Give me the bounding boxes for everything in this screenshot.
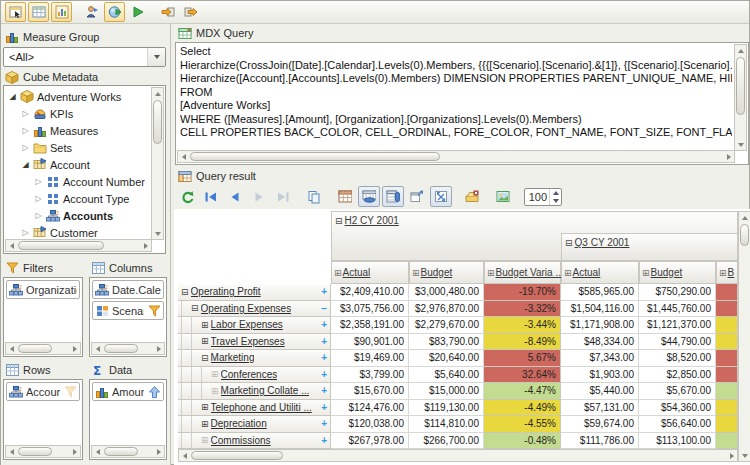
row-header-operating-expenses[interactable]: ⊟Operating Expenses− bbox=[178, 301, 331, 318]
zone-item-amount[interactable]: Amount bbox=[92, 382, 164, 401]
expand-row-icon[interactable]: ⊞ bbox=[201, 320, 209, 330]
image-export-button[interactable] bbox=[492, 186, 514, 207]
fit-columns-button[interactable] bbox=[358, 186, 380, 207]
grid-button[interactable] bbox=[334, 186, 356, 207]
expand-toggle-icon[interactable]: ▷ bbox=[21, 109, 30, 118]
row-header-marketing-collate-[interactable]: ⊞Marketing Collate ...+ bbox=[178, 383, 331, 400]
zone-item-date-calend[interactable]: 2Date.Calend bbox=[92, 280, 164, 299]
expand-toggle-icon[interactable]: ▷ bbox=[21, 143, 30, 152]
drill-expand-icon[interactable]: + bbox=[318, 352, 330, 363]
zone-hscrollbar[interactable] bbox=[91, 342, 165, 355]
expand-toggle-icon[interactable]: ▷ bbox=[34, 177, 43, 186]
tree-vscrollbar[interactable] bbox=[151, 87, 164, 240]
collapse-toggle-icon[interactable]: ◢ bbox=[21, 160, 30, 169]
tree-item-kpis[interactable]: ▷KPIs bbox=[6, 105, 161, 122]
collapse-row-icon[interactable]: ⊟ bbox=[201, 353, 209, 363]
drill-collapse-icon[interactable]: − bbox=[318, 303, 330, 314]
expand-row-icon[interactable]: ⊞ bbox=[201, 419, 209, 429]
collapse-row-icon[interactable]: ⊟ bbox=[191, 303, 199, 313]
chart-designer-button[interactable] bbox=[51, 2, 72, 22]
tree-guide bbox=[191, 400, 201, 416]
column-header-budget[interactable]: ⊞Budget bbox=[639, 261, 716, 284]
grid-vscrollbar[interactable] bbox=[738, 211, 750, 462]
drill-expand-icon[interactable]: + bbox=[318, 369, 330, 380]
dropdown-arrow-icon[interactable] bbox=[147, 48, 165, 66]
zone-item-organization[interactable]: 2Organization bbox=[6, 280, 80, 299]
tree-item-account[interactable]: ◢Account bbox=[6, 156, 161, 173]
zone-item-accounts[interactable]: 2Accounts bbox=[6, 382, 80, 401]
mdx-hscrollbar[interactable] bbox=[177, 150, 735, 163]
grid-hscrollbar[interactable] bbox=[178, 449, 738, 462]
row-header-travel-expenses[interactable]: ⊞Travel Expenses+ bbox=[178, 334, 331, 351]
tree-item-account-number[interactable]: ▷Account Number bbox=[6, 173, 166, 190]
zone-box-columns[interactable]: 2Date.CalendScenario bbox=[89, 277, 167, 357]
column-header-budget-varia-[interactable]: ⊞Budget Varia ... bbox=[484, 261, 561, 284]
drill-expand-icon[interactable]: + bbox=[318, 336, 330, 347]
drill-expand-icon[interactable]: + bbox=[318, 286, 330, 297]
drill-expand-icon[interactable]: + bbox=[318, 435, 330, 446]
tree-item-account-type[interactable]: ▷Account Type bbox=[6, 190, 166, 207]
refresh-button[interactable] bbox=[176, 186, 198, 207]
mdx-query-textbox[interactable]: SelectHierarchize(CrossJoin([Date].[Cale… bbox=[175, 42, 749, 165]
fit-rows-button[interactable] bbox=[382, 186, 404, 207]
expand-window-button[interactable] bbox=[430, 186, 452, 207]
row-header-operating-profit[interactable]: ⊟Operating Profit+ bbox=[178, 284, 331, 301]
expand-row-icon[interactable]: ⊞ bbox=[201, 336, 209, 346]
export-result-button[interactable] bbox=[461, 186, 483, 207]
tree-item-accounts[interactable]: ▷2Accounts bbox=[6, 207, 166, 224]
column-header-budget[interactable]: ⊞Budget bbox=[409, 261, 484, 284]
zone-item-scenario[interactable]: Scenario bbox=[92, 301, 164, 320]
expand-row-icon[interactable]: ⊞ bbox=[201, 435, 209, 445]
row-header-commissions[interactable]: ⊞Commissions+ bbox=[178, 433, 331, 450]
zone-box-data[interactable]: Amount bbox=[89, 379, 167, 460]
drill-expand-icon[interactable]: + bbox=[318, 402, 330, 413]
row-header-telephone-and-utiliti-[interactable]: ⊞Telephone and Utiliti ...+ bbox=[178, 400, 331, 417]
export-button[interactable] bbox=[180, 2, 201, 22]
row-header-labor-expenses[interactable]: ⊞Labor Expenses+ bbox=[178, 317, 331, 334]
zone-hscrollbar[interactable] bbox=[91, 445, 165, 458]
grid-cell: -3.32% bbox=[484, 301, 561, 318]
expand-toggle-icon[interactable]: ▷ bbox=[34, 211, 43, 220]
tree-item-measures[interactable]: ▷Measures bbox=[6, 122, 161, 139]
mdx-vscrollbar[interactable] bbox=[734, 44, 747, 151]
row-header-conferences[interactable]: ⊞Conferences+ bbox=[178, 367, 331, 384]
form-designer-button[interactable] bbox=[5, 2, 26, 22]
import-button[interactable] bbox=[157, 2, 178, 22]
row-header-depreciation[interactable]: ⊞Depreciation+ bbox=[178, 416, 331, 433]
measure-group-dropdown[interactable]: <All> bbox=[3, 47, 166, 67]
column-header-b[interactable]: ⊞B bbox=[716, 261, 738, 284]
tree-hscrollbar[interactable] bbox=[5, 239, 152, 252]
collapse-toggle-icon[interactable]: ◢ bbox=[8, 92, 17, 101]
user-connect-button[interactable] bbox=[81, 2, 102, 22]
tree-item-adventure-works[interactable]: ◢Adventure Works bbox=[6, 88, 148, 105]
zone-hscrollbar[interactable] bbox=[5, 445, 81, 458]
data-view-button[interactable] bbox=[28, 2, 49, 22]
expand-toggle-icon[interactable]: ▷ bbox=[34, 194, 43, 203]
drill-expand-icon[interactable]: + bbox=[318, 385, 330, 396]
expand-row-icon[interactable]: ⊞ bbox=[211, 369, 219, 379]
drill-expand-icon[interactable]: + bbox=[318, 319, 330, 330]
row-header-marketing[interactable]: ⊟Marketing+ bbox=[178, 350, 331, 367]
nav-prev-button[interactable] bbox=[224, 186, 246, 207]
zone-box-rows[interactable]: 2Accounts bbox=[3, 379, 83, 460]
popout-button[interactable] bbox=[406, 186, 428, 207]
copy-button[interactable] bbox=[303, 186, 325, 207]
expand-row-icon[interactable]: ⊞ bbox=[201, 402, 209, 412]
expand-toggle-icon[interactable]: ▷ bbox=[21, 126, 30, 135]
expand-toggle-icon[interactable]: ▷ bbox=[21, 228, 30, 237]
column-group-q3-cy-2001[interactable]: ⊟Q3 CY 2001 bbox=[561, 233, 738, 261]
spinner-arrows-icon[interactable] bbox=[549, 189, 561, 205]
zoom-spinner[interactable]: 100 bbox=[524, 188, 562, 206]
column-header-actual[interactable]: ⊞Actual bbox=[331, 261, 409, 284]
collapse-row-icon[interactable]: ⊟ bbox=[181, 287, 189, 297]
zone-box-filters[interactable]: 2Organization bbox=[3, 277, 83, 357]
zone-hscrollbar[interactable] bbox=[5, 342, 81, 355]
grid-cell: $3,075,756.00 bbox=[331, 301, 409, 318]
cube-browser-button[interactable] bbox=[104, 2, 125, 22]
column-header-actual[interactable]: ⊞Actual bbox=[561, 261, 639, 284]
nav-first-button[interactable] bbox=[200, 186, 222, 207]
drill-expand-icon[interactable]: + bbox=[318, 418, 330, 429]
tree-item-sets[interactable]: ▷Sets bbox=[6, 139, 161, 156]
expand-row-icon[interactable]: ⊞ bbox=[211, 386, 219, 396]
execute-button[interactable] bbox=[127, 2, 148, 22]
